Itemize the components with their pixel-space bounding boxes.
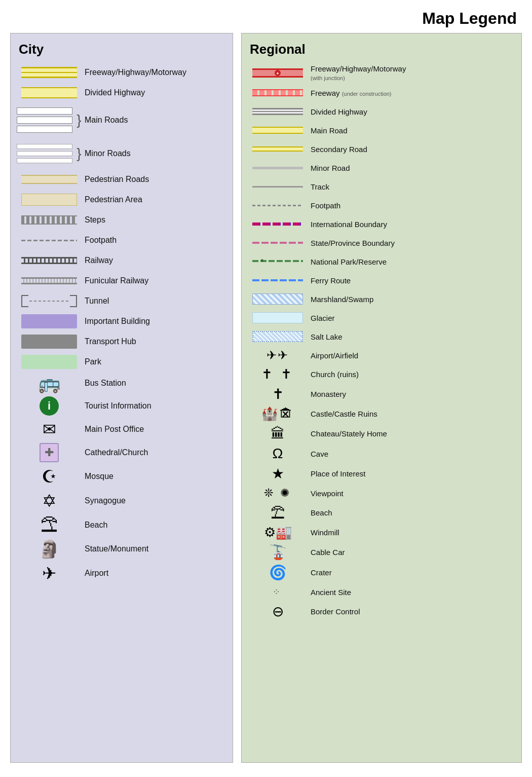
funicular-label: Funicular Railway: [85, 276, 148, 285]
star-icon: ★: [272, 465, 284, 482]
list-item: ✈ Airport: [19, 563, 227, 583]
minor-road-line-3: [17, 158, 72, 163]
list-item: 🏛 Chateau/Stately Home: [250, 425, 516, 442]
steps-label: Steps: [85, 215, 105, 225]
pedestrian-area-icon: [21, 194, 77, 206]
city-panel: City Freeway/Highway/Motorway Divided Hi…: [10, 33, 233, 763]
reg-intl-boundary-symbol: [250, 223, 306, 226]
list-item: } Main Roads: [19, 105, 227, 135]
reg-track-label: Track: [311, 182, 329, 191]
steps-icon: [21, 215, 77, 225]
main-roads-brace: }: [77, 113, 81, 127]
list-item: Freeway/Highway/Motorway: [19, 64, 227, 81]
list-item: Footpath: [250, 198, 516, 213]
minor-roads-symbol: }: [19, 144, 80, 163]
main-roads-label: Main Roads: [85, 116, 128, 125]
chateau-icon: 🏛: [271, 425, 285, 442]
main-roads-group: }: [17, 107, 81, 133]
footpath-label: Footpath: [85, 236, 117, 245]
reg-beach-label: Beach: [311, 508, 332, 517]
airplane-pair-icon: ✈✈: [267, 348, 289, 362]
statue-symbol: 🗿: [19, 539, 80, 559]
cave-icon: Ω: [273, 446, 283, 462]
park-label: Park: [85, 357, 101, 366]
airport-city-label: Airport: [85, 569, 108, 578]
park-symbol: [19, 355, 80, 369]
reg-national-park-symbol: ●: [250, 258, 306, 265]
reg-divided-symbol: [250, 108, 306, 115]
reg-freeway-text: Freeway/Highway/Motorway: [311, 64, 406, 73]
reg-main-road-symbol: [250, 127, 306, 134]
reg-monastery-symbol: ✝: [250, 386, 306, 402]
list-item: Steps: [19, 212, 227, 228]
cable-car-icon: 🚡: [269, 544, 287, 561]
beach-city-symbol: ⛱: [19, 515, 80, 535]
list-item: Funicular Railway: [19, 273, 227, 289]
reg-airport-label: Airport/Airfield: [311, 351, 358, 360]
reg-footpath-icon: [252, 205, 303, 206]
reg-cave-symbol: Ω: [250, 446, 306, 462]
reg-footpath-symbol: [250, 205, 306, 206]
windmill-icon: ⚙🏭: [264, 525, 292, 540]
list-item: Ω Cave: [250, 446, 516, 462]
reg-church-label: Church (ruins): [311, 370, 359, 379]
list-item: ✚ Cathedral/Church: [19, 443, 227, 462]
reg-windmill-symbol: ⚙🏭: [250, 525, 306, 540]
reg-viewpoint-label: Viewpoint: [311, 489, 344, 498]
beach-icon: ⛱: [271, 504, 285, 521]
reg-national-park-icon: ●: [252, 258, 303, 265]
funicular-symbol: [19, 277, 80, 284]
list-item: Footpath: [19, 232, 227, 248]
reg-castle-label: Castle/Castle Ruins: [311, 410, 377, 418]
list-item: 🚡 Cable Car: [250, 544, 516, 561]
mosque-symbol: ☪: [19, 466, 80, 487]
railway-label: Railway: [85, 256, 113, 265]
bus-station-symbol: 🚌: [19, 374, 80, 392]
reg-freeway-construction-icon: [252, 89, 303, 96]
beach-city-label: Beach: [85, 521, 107, 530]
regional-panel: Regional ● Freeway/Highway/Motorway (wit…: [241, 33, 522, 763]
reg-track-icon: [252, 186, 303, 188]
tourist-info-symbol: i: [19, 396, 80, 416]
reg-monastery-label: Monastery: [311, 390, 346, 398]
reg-freeway-const-sublabel: (under construction): [342, 91, 392, 97]
main-post-label: Main Post Office: [85, 425, 144, 434]
reg-freeway-const-label: Freeway (under construction): [311, 89, 392, 97]
reg-intl-boundary-label: International Boundary: [311, 220, 387, 229]
list-item: Secondary Road: [250, 141, 516, 157]
list-item: } Minor Roads: [19, 139, 227, 167]
reg-state-boundary-label: State/Province Boundary: [311, 239, 395, 247]
railway-symbol: [19, 257, 80, 264]
list-item: ⛱ Beach: [250, 504, 516, 521]
pedestrian-roads-icon: [21, 175, 77, 184]
cathedral-icon: ✚: [40, 443, 59, 462]
funicular-icon: [21, 277, 77, 284]
reg-crater-label: Crater: [311, 568, 332, 577]
reg-cablecar-symbol: 🚡: [250, 544, 306, 561]
reg-ancient-label: Ancient Site: [311, 588, 351, 597]
reg-chateau-symbol: 🏛: [250, 425, 306, 442]
cross-ruins-icon: ✝ ✝: [261, 366, 293, 382]
regional-panel-title: Regional: [250, 42, 516, 57]
statue-label: Statue/Monument: [85, 544, 148, 553]
minor-roads-lines: [17, 144, 72, 163]
star-of-david-icon: ✡: [42, 491, 56, 511]
important-building-symbol: [19, 314, 80, 328]
mosque-label: Mosque: [85, 472, 113, 481]
reg-state-boundary-symbol: [250, 242, 306, 244]
minor-road-line-2: [17, 151, 72, 156]
reg-airport-symbol: ✈✈: [250, 348, 306, 362]
reg-state-boundary-icon: [252, 242, 303, 244]
reg-marshland-icon: [252, 293, 303, 305]
reg-minor-road-label: Minor Road: [311, 164, 350, 172]
reg-castle-symbol: 🏰🏚: [250, 406, 306, 422]
reg-secondary-symbol: [250, 146, 306, 152]
list-item: Track: [250, 179, 516, 194]
reg-divided-center: [252, 111, 303, 112]
reg-freeway-sublabel: (with junction): [311, 75, 345, 81]
list-item: ✝ ✝ Church (ruins): [250, 366, 516, 382]
cathedral-symbol: ✚: [19, 443, 80, 462]
reg-salt-lake-symbol: [250, 331, 306, 342]
important-building-label: Important Building: [85, 317, 150, 326]
main-road-line-3: [17, 126, 72, 133]
